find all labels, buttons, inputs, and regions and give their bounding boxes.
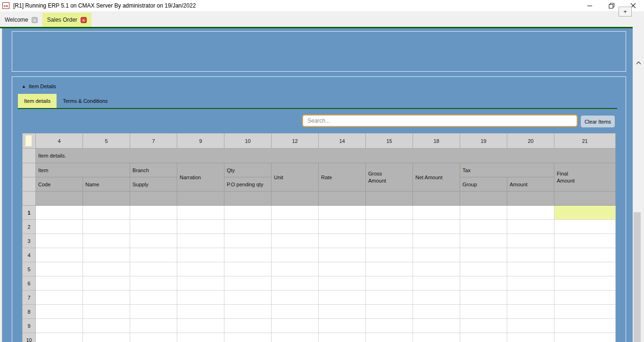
grid-cell[interactable] [460,248,507,262]
grid-corner-cell[interactable] [23,133,36,149]
grid-cell[interactable] [507,248,554,262]
grid-cell[interactable] [83,291,130,305]
grid-cell[interactable] [507,262,554,276]
grid-cell[interactable] [130,262,177,276]
grid-cell[interactable] [272,291,319,305]
grid-cell[interactable] [224,305,272,319]
grid-cell[interactable] [272,262,319,276]
grid-cell[interactable] [272,220,319,234]
column-header[interactable]: 14 [319,133,366,149]
grid-cell[interactable] [177,305,224,319]
grid-cell[interactable] [272,333,319,342]
grid-cell[interactable] [177,276,224,291]
grid-cell[interactable] [413,220,460,234]
grid-cell[interactable] [460,276,507,291]
grid-cell[interactable] [554,276,616,291]
grid-cell[interactable] [224,276,272,291]
grid-cell[interactable] [177,262,224,276]
grid-cell[interactable] [319,319,366,333]
grid-cell[interactable] [177,206,224,220]
row-number[interactable]: 2 [23,220,36,234]
grid-cell[interactable] [366,305,413,319]
grid-cell[interactable] [36,333,83,342]
grid-cell[interactable] [460,262,507,276]
row-number[interactable]: 10 [23,333,36,342]
grid-cell[interactable] [366,220,413,234]
grid-cell[interactable] [366,206,413,220]
row-number[interactable]: 9 [23,319,36,333]
column-header[interactable]: 4 [36,133,83,149]
row-number[interactable]: 6 [23,276,36,291]
grid-cell[interactable] [130,291,177,305]
column-header[interactable]: 5 [83,133,130,149]
grid-cell[interactable] [130,206,177,220]
column-header[interactable]: 12 [272,133,319,149]
item-details-section-toggle[interactable]: ▲ Item Details [22,83,56,89]
grid-cell[interactable] [366,248,413,262]
grid-cell[interactable] [36,234,83,248]
grid-cell[interactable] [272,248,319,262]
grid-cell[interactable] [36,305,83,319]
new-tab-button[interactable]: + [619,7,632,17]
grid-cell[interactable] [413,276,460,291]
grid-cell[interactable] [554,319,616,333]
grid-cell[interactable] [177,248,224,262]
grid-cell[interactable] [272,206,319,220]
tab-welcome[interactable]: Welcome ✕ [0,13,42,27]
grid-cell[interactable] [130,248,177,262]
grid-cell[interactable] [319,333,366,342]
grid-cell[interactable] [83,220,130,234]
grid-cell[interactable] [554,333,616,342]
grid-cell[interactable] [554,220,616,234]
grid-cell[interactable] [224,333,272,342]
tab-terms-conditions[interactable]: Terms & Conditions [57,94,114,108]
grid-cell[interactable] [319,276,366,291]
grid-cell[interactable] [83,262,130,276]
grid-cell[interactable] [366,291,413,305]
grid-cell[interactable] [460,206,507,220]
grid-cell[interactable] [413,248,460,262]
grid-cell[interactable] [413,333,460,342]
grid-cell[interactable] [36,291,83,305]
row-number[interactable]: 5 [23,262,36,276]
grid-cell[interactable] [319,262,366,276]
column-header[interactable]: 9 [177,133,224,149]
grid-cell[interactable] [83,319,130,333]
grid-cell[interactable] [36,248,83,262]
grid-cell[interactable] [554,291,616,305]
grid-cell[interactable] [460,291,507,305]
row-number[interactable]: 8 [23,305,36,319]
active-cell[interactable] [554,206,616,220]
grid-cell[interactable] [319,220,366,234]
grid-cell[interactable] [36,276,83,291]
grid-cell[interactable] [460,319,507,333]
vertical-scrollbar[interactable] [633,57,644,342]
grid-cell[interactable] [36,206,83,220]
column-header[interactable]: 18 [413,133,460,149]
grid-cell[interactable] [413,234,460,248]
grid-cell[interactable] [319,305,366,319]
scroll-up-icon[interactable] [633,58,644,67]
search-input[interactable] [302,115,578,127]
grid-cell[interactable] [36,220,83,234]
grid-cell[interactable] [177,220,224,234]
grid-cell[interactable] [554,305,616,319]
grid-cell[interactable] [413,319,460,333]
grid-cell[interactable] [413,262,460,276]
grid-cell[interactable] [130,305,177,319]
grid-cell[interactable] [36,262,83,276]
grid-cell[interactable] [83,234,130,248]
grid-cell[interactable] [83,333,130,342]
grid-cell[interactable] [224,262,272,276]
grid-cell[interactable] [224,220,272,234]
grid-cell[interactable] [224,234,272,248]
column-header[interactable]: 15 [366,133,413,149]
grid-cell[interactable] [224,248,272,262]
row-number[interactable]: 4 [23,248,36,262]
grid-cell[interactable] [460,333,507,342]
column-header[interactable]: 7 [130,133,177,149]
grid-cell[interactable] [130,333,177,342]
row-number[interactable]: 3 [23,234,36,248]
grid-cell[interactable] [319,248,366,262]
grid-cell[interactable] [36,319,83,333]
